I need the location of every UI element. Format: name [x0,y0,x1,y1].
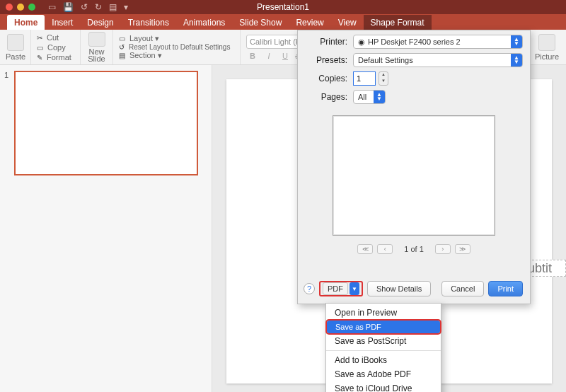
paste-label[interactable]: Paste [6,52,25,61]
picture-group: Picture [528,30,566,64]
printer-label: Printer: [305,37,347,47]
menu-save-as-postscript[interactable]: Save as PostScript [326,334,441,348]
slide-number: 1 [4,71,8,79]
pdf-menu: Open in Preview Save as PDF Save as Post… [325,303,441,392]
pages-label: Pages: [305,92,347,102]
show-details-button[interactable]: Show Details [367,281,431,296]
slide-thumbnail-1[interactable] [14,71,198,175]
bold-button[interactable]: B [246,52,259,60]
copies-label: Copies: [305,74,347,83]
mac-titlebar: ▭ 💾 ↺ ↻ ▤ ▾ Presentation1 [0,0,566,14]
menu-add-to-ibooks[interactable]: Add to iBooks [326,353,441,367]
layout-button[interactable]: ▭Layout ▾ [119,34,234,43]
format-button[interactable]: ✎Format [37,52,74,62]
page-indicator: 1 of 1 [404,245,424,253]
menu-save-as-pdf[interactable]: Save as PDF [326,320,441,334]
slide-thumbnail-panel: 1 [0,65,212,392]
tab-insert[interactable]: Insert [45,15,80,30]
dialog-button-row: ? PDF ▼ Show Details Cancel Print [304,281,523,296]
paste-group: Paste [0,30,31,64]
menu-save-to-icloud[interactable]: Save to iCloud Drive [326,381,441,392]
last-page-button[interactable]: ≫ [455,244,470,254]
new-slide-label[interactable]: New Slide [86,48,107,62]
menu-save-as-adobe-pdf[interactable]: Save as Adobe PDF [326,367,441,381]
reset-layout-button[interactable]: ↺Reset Layout to Default Settings [119,43,234,51]
prev-page-button[interactable]: ‹ [377,244,393,254]
print-preview [333,115,495,236]
picture-icon[interactable] [538,34,555,51]
ribbon-tabs: Home Insert Design Transitions Animation… [0,14,566,30]
chevron-down-icon: ▼ [350,282,359,295]
cancel-button[interactable]: Cancel [441,281,484,296]
tab-home[interactable]: Home [7,15,45,30]
tab-view[interactable]: View [331,15,364,30]
print-pager: ≪ ‹ 1 of 1 › ≫ [298,244,530,254]
printer-value: HP Deskjet F2400 series 2 [368,38,461,46]
first-page-button[interactable]: ≪ [357,244,373,254]
tab-animations[interactable]: Animations [176,15,232,30]
printer-status-icon: ◉ [358,38,365,47]
pdf-label: PDF [328,284,343,293]
help-button[interactable]: ? [304,283,315,294]
new-slide-icon[interactable] [88,32,105,47]
menu-separator [326,350,441,351]
underline-button[interactable]: U [279,52,291,60]
section-button[interactable]: ▤Section ▾ [119,51,234,60]
presets-value: Default Settings [358,56,413,64]
italic-button[interactable]: I [262,52,275,60]
pages-select[interactable]: All ▲▼ [353,90,386,104]
tab-review[interactable]: Review [289,15,330,30]
tab-shape-format[interactable]: Shape Format [364,15,432,30]
picture-label[interactable]: Picture [533,52,560,61]
copies-input[interactable] [353,71,376,86]
tab-design[interactable]: Design [80,15,120,30]
print-dialog: Printer: ◉ HP Deskjet F2400 series 2 ▲▼ … [297,30,531,304]
copy-button[interactable]: ▭Copy [37,42,74,52]
select-arrows-icon: ▲▼ [511,35,522,48]
cut-button[interactable]: ✂Cut [37,33,74,42]
select-arrows-icon: ▲▼ [511,54,522,67]
paste-icon[interactable] [7,34,24,51]
menu-open-in-preview[interactable]: Open in Preview [326,306,441,320]
pages-value: All [358,93,366,101]
copies-stepper[interactable]: ▲▼ [379,71,388,86]
print-button[interactable]: Print [488,281,523,296]
layout-group: ▭Layout ▾ ↺Reset Layout to Default Setti… [113,30,241,64]
clipboard-buttons: ✂Cut ▭Copy ✎Format [31,30,81,64]
tab-transitions[interactable]: Transitions [121,15,176,30]
presets-select[interactable]: Default Settings ▲▼ [353,53,523,67]
document-title: Presentation1 [0,2,566,12]
next-page-button[interactable]: › [435,244,451,254]
pdf-dropdown-button[interactable]: PDF ▼ [319,281,363,296]
tab-slideshow[interactable]: Slide Show [232,15,289,30]
select-arrows-icon: ▲▼ [374,91,385,103]
presets-label: Presets: [305,55,347,65]
new-slide-group: New Slide [81,30,113,64]
printer-select[interactable]: ◉ HP Deskjet F2400 series 2 ▲▼ [353,35,523,49]
